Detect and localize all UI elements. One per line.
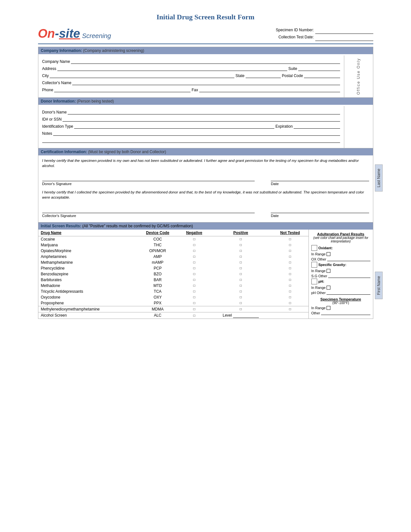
- id-type-input[interactable]: [74, 123, 274, 129]
- oxidant-other-field[interactable]: [327, 257, 370, 261]
- state-label: State: [236, 74, 245, 78]
- notes-input[interactable]: [53, 131, 340, 136]
- positive-cb[interactable]: □: [210, 242, 272, 248]
- donor-sig-left: Donor's Signature: [42, 175, 255, 186]
- phone-row: Phone Fax: [42, 87, 340, 92]
- address-field: Address: [42, 66, 287, 71]
- negative-cb[interactable]: □: [179, 236, 210, 242]
- notes-extra-input[interactable]: [42, 138, 340, 143]
- state-input[interactable]: [246, 73, 281, 78]
- fax-input[interactable]: [199, 87, 340, 92]
- not-tested-cb[interactable]: □: [272, 277, 308, 283]
- not-tested-cb[interactable]: □: [272, 265, 308, 271]
- positive-cb[interactable]: □: [210, 236, 272, 242]
- not-tested-cb[interactable]: □: [272, 271, 308, 277]
- not-tested-cb[interactable]: □: [272, 242, 308, 248]
- positive-cb[interactable]: □: [210, 248, 272, 254]
- positive-cb[interactable]: □: [210, 260, 272, 265]
- not-tested-cb[interactable]: □: [272, 289, 308, 294]
- not-tested-cb[interactable]: □: [272, 283, 308, 289]
- positive-cb[interactable]: □: [210, 283, 272, 289]
- ph-in-range-label: In Range: [311, 286, 326, 290]
- negative-cb[interactable]: □: [179, 254, 210, 260]
- address-input[interactable]: [57, 66, 287, 71]
- fax-field: Fax: [192, 87, 340, 92]
- negative-cb[interactable]: □: [179, 294, 210, 300]
- donors-name-input[interactable]: [68, 109, 340, 114]
- sg-in-range-row: In Range: [311, 269, 370, 273]
- negative-cb[interactable]: □: [179, 277, 210, 283]
- donor-sig-line[interactable]: [42, 175, 255, 181]
- sg-other-field[interactable]: [328, 273, 370, 278]
- suite-input[interactable]: [298, 66, 340, 71]
- negative-cb[interactable]: □: [179, 248, 210, 254]
- certification-section: Certification Information: (Must be sign…: [38, 148, 373, 222]
- sg-other-row: S.G Other: [311, 273, 370, 278]
- positive-cb[interactable]: □: [210, 265, 272, 271]
- negative-cb[interactable]: □: [179, 289, 210, 294]
- alcohol-level-cell: Level: [210, 312, 272, 319]
- phone-field: Phone: [42, 87, 191, 92]
- spectemp-other-row: Other: [311, 310, 370, 315]
- positive-cb[interactable]: □: [210, 306, 272, 312]
- postal-input[interactable]: [304, 73, 340, 78]
- spectemp-other-label: Other: [311, 311, 320, 315]
- collectors-name-input[interactable]: [72, 80, 340, 85]
- positive-cb[interactable]: □: [210, 277, 272, 283]
- alcohol-negative-cb[interactable]: □: [179, 312, 210, 319]
- spectemp-in-range-cb[interactable]: [327, 306, 330, 310]
- company-header-label: Company Information:: [41, 48, 82, 53]
- specimen-id-field[interactable]: [315, 26, 373, 34]
- sg-in-range-cb[interactable]: [327, 269, 330, 273]
- donors-name-row: Donor's Name: [42, 109, 340, 114]
- negative-cb[interactable]: □: [179, 306, 210, 312]
- city-input[interactable]: [50, 73, 234, 78]
- collection-date-field[interactable]: [315, 34, 373, 41]
- positive-cb[interactable]: □: [210, 300, 272, 306]
- drug-name-cell: Amphetamines: [38, 254, 137, 260]
- donor-date-line[interactable]: [271, 175, 369, 181]
- ph-other-field[interactable]: [327, 290, 370, 295]
- city-field: City: [42, 73, 234, 78]
- ph-in-range-cb[interactable]: [327, 286, 330, 290]
- positive-cb[interactable]: □: [210, 294, 272, 300]
- negative-cb[interactable]: □: [179, 283, 210, 289]
- not-tested-cb[interactable]: □: [272, 260, 308, 265]
- ph-box-row: pH:: [311, 279, 370, 284]
- collection-date-label: Collection Test Date:: [279, 34, 314, 41]
- city-label: City: [42, 74, 49, 78]
- spectemp-other-field[interactable]: [321, 310, 370, 315]
- positive-cb[interactable]: □: [210, 271, 272, 277]
- company-name-input[interactable]: [71, 59, 340, 64]
- drug-name-cell: Opiates/Morphine: [38, 248, 137, 254]
- alcohol-not-tested-cb[interactable]: [272, 312, 308, 319]
- phone-input[interactable]: [54, 87, 190, 92]
- collector-date-line[interactable]: [271, 207, 369, 213]
- not-tested-cb[interactable]: □: [272, 306, 308, 312]
- not-tested-cb[interactable]: □: [272, 236, 308, 242]
- notes-row: Notes: [42, 131, 340, 136]
- drug-name-cell: Methylenedioxymethamphetamine: [38, 306, 137, 312]
- logo-on: On: [38, 27, 55, 40]
- negative-cb[interactable]: □: [179, 265, 210, 271]
- results-table-wrapper: Drug Name Device Code Negative Positive: [38, 230, 373, 319]
- negative-cb[interactable]: □: [179, 271, 210, 277]
- not-tested-cb[interactable]: □: [272, 294, 308, 300]
- company-name-label: Company Name: [42, 59, 70, 64]
- negative-cb[interactable]: □: [179, 260, 210, 265]
- id-ssn-input[interactable]: [63, 116, 340, 122]
- not-tested-cb[interactable]: □: [272, 254, 308, 260]
- positive-cb[interactable]: □: [210, 254, 272, 260]
- oxidant-row: Oxidant:: [311, 245, 370, 251]
- negative-cb[interactable]: □: [179, 242, 210, 248]
- not-tested-cb[interactable]: □: [272, 248, 308, 254]
- oxidant-in-range-cb[interactable]: [327, 252, 330, 256]
- suite-field: Suite: [289, 66, 340, 71]
- collector-sig-line[interactable]: [42, 207, 255, 213]
- not-tested-cb[interactable]: □: [272, 300, 308, 306]
- expiration-input[interactable]: [294, 123, 340, 129]
- positive-cb[interactable]: □: [210, 289, 272, 294]
- negative-cb[interactable]: □: [179, 300, 210, 306]
- donor-header-sub: (Person being tested): [77, 99, 114, 103]
- col-negative: Negative: [179, 230, 210, 236]
